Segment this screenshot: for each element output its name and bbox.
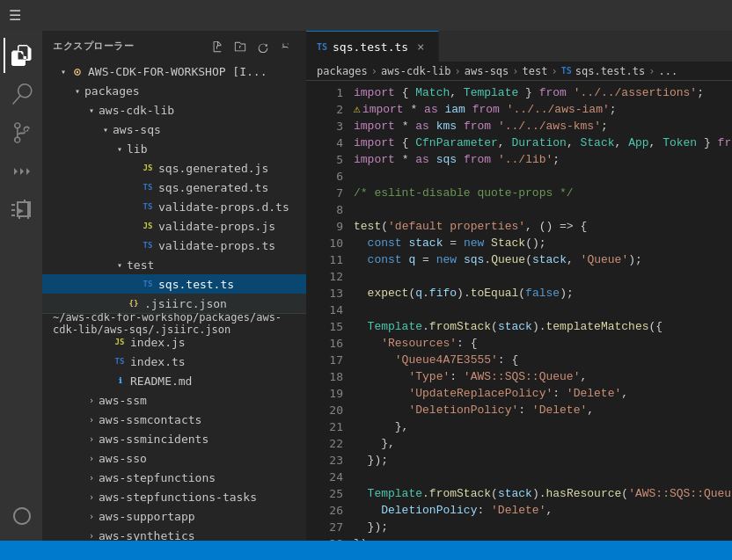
breadcrumb-filename[interactable]: sqs.test.ts [575, 65, 645, 77]
tab-close-button[interactable]: × [414, 40, 428, 54]
chevron-lib [113, 142, 127, 156]
breadcrumb-aws-cdk-lib[interactable]: aws-cdk-lib [381, 65, 450, 77]
code-line-13: expect(q.fifo).toEqual(false); [354, 285, 732, 302]
code-line-4: import { CfnParameter, Duration, Stack, … [354, 135, 732, 151]
tree-item-aws-supportapp[interactable]: aws-supportapp [42, 506, 306, 526]
sidebar: エクスプローラー ⊙ AWS-CDK-F [42, 31, 306, 541]
line-numbers: 12345 678910 1112131415 1617181920 21222… [306, 81, 350, 541]
code-line-8 [354, 201, 732, 218]
code-line-20: 'DeletionPolicy': 'Delete', [354, 402, 732, 418]
ts-icon3: TS [141, 238, 155, 252]
tree-item-validate-props-ts[interactable]: TS validate-props.ts [42, 236, 306, 255]
label-test: test [127, 258, 306, 272]
chevron-aws-supportapp [84, 509, 99, 523]
label-sqs-test-ts: sqs.test.ts [158, 278, 306, 291]
label-packages: packages [84, 84, 306, 98]
tooltip-bar: ~/aws-cdk-for-workshop/packages/aws-cdk-… [42, 313, 306, 332]
chevron-aws-ssmcontacts [84, 412, 99, 426]
code-line-21: }, [354, 418, 732, 435]
code-line-17: 'Queue4A7E3555': { [354, 352, 732, 368]
label-aws-supportapp: aws-supportapp [99, 510, 306, 523]
explorer-activity-icon[interactable] [4, 38, 39, 73]
tree-item-index-js[interactable]: JS index.js [42, 332, 306, 352]
tree-item-sqs-generated-ts[interactable]: TS sqs.generated.ts [42, 178, 306, 197]
source-control-activity-icon[interactable] [4, 115, 39, 150]
tree-item-aws-sqs[interactable]: aws-sqs [42, 120, 306, 139]
label-aws-ssmcontacts: aws-ssmcontacts [99, 413, 306, 426]
code-content[interactable]: import { Match, Template } from '../../a… [350, 81, 732, 541]
extensions-activity-icon[interactable] [4, 193, 39, 228]
js-icon: JS [141, 161, 155, 175]
code-line-5: import * as sqs from '../lib'; [354, 151, 732, 168]
breadcrumb-sep5: › [648, 65, 655, 77]
tree-item-aws-ssm[interactable]: aws-ssm [42, 390, 306, 410]
activity-bar [0, 31, 42, 541]
breadcrumb-ts-icon: TS [561, 66, 572, 76]
breadcrumb-packages[interactable]: packages [317, 65, 368, 77]
code-line-7: /* eslint-disable quote-props */ [354, 185, 732, 201]
new-folder-button[interactable] [231, 37, 250, 56]
collapse-button[interactable] [276, 37, 296, 56]
refresh-button[interactable] [253, 37, 273, 56]
label-aws-cdk-lib: aws-cdk-lib [99, 104, 306, 117]
tree-item-packages[interactable]: packages [42, 81, 306, 100]
code-line-24 [354, 469, 732, 485]
remote-activity-icon[interactable] [4, 498, 39, 534]
tree-item-aws-stepfunctions[interactable]: aws-stepfunctions [42, 468, 306, 487]
label-validate-props-d-ts: validate-props.d.ts [158, 200, 306, 214]
json-icon: {} [127, 296, 141, 310]
chevron-aws-sso [84, 451, 99, 465]
tree-item-lib[interactable]: lib [42, 139, 306, 158]
tree-item-index-ts[interactable]: TS index.ts [42, 352, 306, 371]
chevron-aws-stepfunctions-tasks [84, 490, 99, 504]
code-line-12 [354, 268, 732, 285]
search-activity-icon[interactable] [4, 76, 39, 112]
label-aws-stepfunctions-tasks: aws-stepfunctions-tasks [99, 491, 306, 504]
new-file-button[interactable] [208, 37, 227, 56]
label-sqs-generated-js: sqs.generated.js [158, 162, 306, 175]
label-lib: lib [127, 142, 306, 156]
tree-item-aws-stepfunctions-tasks[interactable]: aws-stepfunctions-tasks [42, 487, 306, 506]
code-line-26: DeletionPolicy: 'Delete', [354, 502, 732, 519]
code-line-10: const stack = new Stack(); [354, 235, 732, 251]
tree-item-root[interactable]: ⊙ AWS-CDK-FOR-WORKSHOP [I... [42, 62, 306, 81]
menu-icon[interactable]: ☰ [9, 7, 21, 24]
tree-item-sqs-generated-js[interactable]: JS sqs.generated.js [42, 158, 306, 178]
folder-icon-root: ⊙ [70, 64, 84, 78]
tree-item-aws-cdk-lib[interactable]: aws-cdk-lib [42, 100, 306, 120]
tree-item-jsiirc-json[interactable]: {} .jsiirc.json [42, 294, 306, 313]
sidebar-header: エクスプローラー [42, 31, 306, 62]
tree-item-aws-ssmcontacts[interactable]: aws-ssmcontacts [42, 410, 306, 429]
tree-item-readme-md[interactable]: ℹ README.md [42, 371, 306, 390]
js-icon3: JS [113, 335, 127, 349]
editor-area: TS sqs.test.ts × packages › aws-cdk-lib … [306, 31, 732, 541]
tree-item-sqs-test-ts[interactable]: TS sqs.test.ts [42, 274, 306, 294]
tree-item-aws-ssmincidents[interactable]: aws-ssmincidents [42, 429, 306, 448]
run-activity-icon[interactable] [4, 154, 39, 189]
chevron-aws-stepfunctions [84, 470, 99, 484]
code-line-22: }, [354, 435, 732, 452]
code-line-11: const q = new sqs.Queue(stack, 'Queue'); [354, 251, 732, 268]
tree-item-validate-props-d-ts[interactable]: TS validate-props.d.ts [42, 197, 306, 216]
tree-item-validate-props-js[interactable]: JS validate-props.js [42, 216, 306, 236]
ts-icon: TS [141, 180, 155, 194]
tree-item-aws-synthetics[interactable]: aws-synthetics [42, 526, 306, 541]
file-tree: ⊙ AWS-CDK-FOR-WORKSHOP [I... packages aw… [42, 62, 306, 541]
chevron-test [113, 258, 127, 272]
code-line-25: Template.fromStack(stack).hasResource('A… [354, 485, 732, 502]
breadcrumb-aws-sqs[interactable]: aws-sqs [465, 65, 509, 77]
tree-item-test[interactable]: test [42, 255, 306, 274]
tab-sqs-test-ts[interactable]: TS sqs.test.ts × [306, 31, 439, 62]
code-line-18: 'Type': 'AWS::SQS::Queue', [354, 368, 732, 385]
md-icon: ℹ [113, 374, 127, 388]
label-root: AWS-CDK-FOR-WORKSHOP [I... [88, 65, 306, 78]
ts-icon4: TS [141, 277, 155, 291]
breadcrumb-test[interactable]: test [523, 65, 548, 77]
chevron-packages [70, 84, 84, 98]
breadcrumb-ellipsis[interactable]: ... [658, 65, 677, 77]
code-line-16: 'Resources': { [354, 335, 732, 352]
chevron-aws-ssm [84, 393, 99, 407]
code-line-23: }); [354, 452, 732, 469]
breadcrumb-sep2: › [455, 65, 461, 77]
tree-item-aws-sso[interactable]: aws-sso [42, 448, 306, 468]
